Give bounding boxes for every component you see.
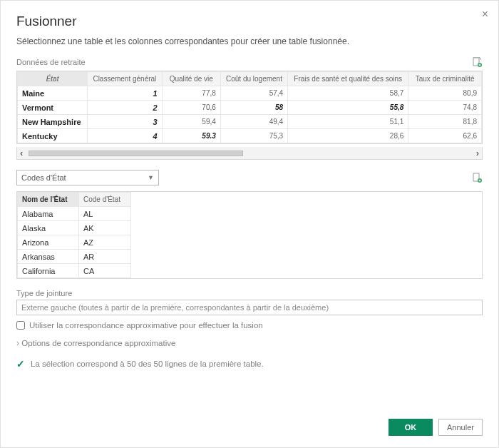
scrollbar-thumb[interactable] [29, 151, 243, 156]
cell-qol: 70,6 [162, 101, 220, 115]
chevron-left-icon[interactable]: ‹ [20, 148, 23, 158]
dialog-title: Fusionner [16, 14, 483, 29]
cell-housing: 57,4 [220, 86, 287, 101]
cell-rank: 4 [88, 129, 163, 143]
table-row[interactable]: ArizonaAZ [18, 235, 131, 250]
cell-state: Vermont [18, 101, 88, 115]
cell-health: 58,7 [288, 86, 408, 101]
cell-name: Arizona [18, 235, 79, 250]
table1[interactable]: État Classement général Qualité de vie C… [16, 71, 483, 144]
join-type-label: Type de jointure [16, 289, 483, 297]
cell-crime: 80,9 [408, 86, 482, 101]
table-row[interactable]: Vermont 2 70,6 58 55,8 74,8 [18, 101, 482, 115]
cell-qol: 59,4 [162, 115, 220, 129]
col-sante[interactable]: Frais de santé et qualité des soins [288, 72, 408, 86]
cell-code: AK [78, 221, 130, 235]
fuzzy-label: Utiliser la correspondance approximative… [29, 321, 263, 330]
col-classement[interactable]: Classement général [88, 72, 163, 86]
col-etat[interactable]: État [18, 72, 88, 86]
fuzzy-checkbox-row[interactable]: Utiliser la correspondance approximative… [16, 321, 483, 330]
col-qualite[interactable]: Qualité de vie [162, 72, 220, 86]
close-icon[interactable]: × [482, 8, 488, 21]
cell-crime: 62,6 [408, 129, 482, 143]
check-icon: ✓ [16, 358, 25, 370]
table-row[interactable]: ArkansasAR [18, 250, 131, 264]
add-table-icon[interactable] [471, 56, 483, 68]
cell-name: Alaska [18, 221, 79, 235]
join-type-input[interactable] [16, 300, 483, 315]
table1-label: Données de retraite [16, 58, 86, 66]
dropdown-selected: Codes d'État [21, 173, 66, 182]
col-state-code[interactable]: Code d'État [78, 193, 130, 207]
cell-crime: 74,8 [408, 101, 482, 115]
table1-label-row: Données de retraite [16, 56, 483, 68]
chevron-right-icon[interactable]: › [476, 148, 479, 158]
cell-code: AL [78, 207, 130, 221]
cell-rank: 2 [88, 101, 163, 115]
fuzzy-options-expander[interactable]: Options de correspondance approximative [16, 338, 483, 348]
col-state-name[interactable]: Nom de l'État [18, 193, 79, 207]
chevron-down-icon: ▼ [148, 174, 154, 181]
cell-rank: 3 [88, 115, 163, 129]
horizontal-scrollbar[interactable]: ‹ › [16, 147, 483, 160]
cell-state: Maine [18, 86, 88, 101]
table-row[interactable]: AlabamaAL [18, 207, 131, 221]
cell-name: Arkansas [18, 250, 79, 264]
add-table-icon[interactable] [471, 172, 483, 183]
cell-health: 28,6 [288, 129, 408, 143]
cell-code: CA [78, 264, 130, 278]
cell-qol: 77,8 [162, 86, 220, 101]
cell-name: California [18, 264, 79, 278]
ok-button[interactable]: OK [389, 419, 433, 436]
table-row[interactable]: CaliforniaCA [18, 264, 131, 278]
table-row[interactable]: Maine 1 77,8 57,4 58,7 80,9 [18, 86, 482, 101]
cell-crime: 81,8 [408, 115, 482, 129]
dialog-subtitle: Sélectionnez une table et les colonnes c… [16, 36, 483, 46]
cell-rank: 1 [88, 86, 163, 101]
fuzzy-checkbox[interactable] [16, 321, 25, 330]
cell-name: Alabama [18, 207, 79, 221]
table-row[interactable]: New Hampshire 3 59,4 49,4 51,1 81,8 [18, 115, 482, 129]
cell-code: AR [78, 250, 130, 264]
table-row[interactable]: Kentucky 4 59.3 75,3 28,6 62,6 [18, 129, 482, 143]
status-text: La sélection correspond à 50 des 50 lign… [31, 360, 264, 368]
cell-health: 55,8 [288, 101, 408, 115]
cancel-button[interactable]: Annuler [438, 419, 483, 436]
cell-housing: 75,3 [220, 129, 287, 143]
table2-dropdown[interactable]: Codes d'État ▼ [16, 170, 159, 185]
cell-housing: 58 [220, 101, 287, 115]
cell-qol: 59.3 [162, 129, 220, 143]
cell-health: 51,1 [288, 115, 408, 129]
table-row[interactable]: AlaskaAK [18, 221, 131, 235]
cell-state: New Hampshire [18, 115, 88, 129]
col-crime[interactable]: Taux de criminalité [408, 72, 482, 86]
cell-state: Kentucky [18, 129, 88, 143]
cell-housing: 49,4 [220, 115, 287, 129]
merge-dialog: × Fusionner Sélectionnez une table et le… [0, 0, 499, 448]
match-status: ✓ La sélection correspond à 50 des 50 li… [16, 358, 483, 370]
table2[interactable]: Nom de l'État Code d'État AlabamaAL Alas… [16, 191, 483, 279]
cell-code: AZ [78, 235, 130, 250]
col-logement[interactable]: Coût du logement [220, 72, 287, 86]
